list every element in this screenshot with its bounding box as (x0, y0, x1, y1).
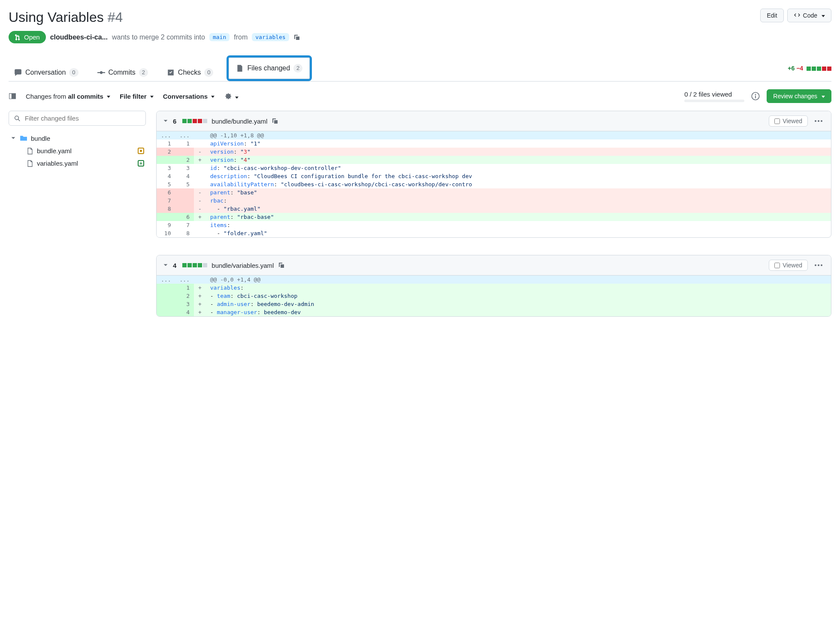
pr-number: #4 (108, 9, 123, 25)
file-status-add-icon (138, 160, 144, 167)
file-diffstat (182, 119, 207, 123)
head-branch[interactable]: variables (252, 33, 289, 41)
line-num-old: 2 (157, 148, 175, 156)
code-line: variables: (206, 284, 831, 292)
file-diffstat (182, 263, 207, 267)
tree-file-label: variables.yaml (37, 160, 78, 167)
code-icon (794, 12, 801, 19)
file-path[interactable]: bundle/bundle.yaml (212, 118, 267, 125)
line-num-new: 1 (175, 139, 193, 148)
caret-icon (209, 93, 215, 100)
tab-checks[interactable]: Checks 0 (161, 64, 219, 81)
pr-merge-line: Open cloudbees-ci-ca... wants to merge 2… (9, 31, 831, 43)
diff-line: 4 + - manager-user: beedemo-dev (157, 308, 831, 316)
code-button[interactable]: Code (787, 9, 831, 22)
code-line: parent: "rbac-base" (206, 213, 831, 221)
overall-diffstat: +6 −4 (788, 65, 831, 72)
tree-folder[interactable]: bundle (9, 132, 146, 145)
copy-icon[interactable] (293, 34, 300, 41)
caret-icon (233, 94, 239, 101)
copy-icon[interactable] (272, 118, 278, 124)
chevron-down-icon[interactable] (163, 118, 169, 124)
code-line: parent: "base" (206, 188, 831, 197)
filter-files-wrap[interactable] (9, 111, 146, 126)
line-num-new (175, 197, 193, 205)
line-num-old: 7 (157, 197, 175, 205)
code-line: id: "cbci-casc-workshop-dev-controller" (206, 164, 831, 172)
code-line: - "rbac.yaml" (206, 205, 831, 213)
viewed-checkbox[interactable]: Viewed (769, 260, 808, 271)
tree-folder-label: bundle (31, 135, 50, 142)
tree-file[interactable]: variables.yaml (9, 157, 146, 170)
line-num-new: 7 (175, 221, 193, 229)
line-num-old (157, 300, 175, 308)
diff-line: 4 4 description: "CloudBees CI configura… (157, 172, 831, 180)
line-num-old (157, 292, 175, 300)
base-branch[interactable]: main (209, 33, 230, 41)
code-line: availabilityPattern: "cloudbees-ci-casc-… (206, 180, 831, 188)
commit-icon (97, 69, 105, 76)
diff-line: 3 3 id: "cbci-casc-workshop-dev-controll… (157, 164, 831, 172)
checks-icon (167, 69, 175, 76)
settings-dropdown[interactable] (224, 92, 239, 101)
file-actions-menu[interactable] (812, 118, 825, 124)
line-num-old: 10 (157, 229, 175, 237)
svg-point-1 (755, 94, 756, 95)
tree-file[interactable]: bundle.yaml (9, 145, 146, 157)
tab-files-changed[interactable]: Files changed 2 (229, 58, 310, 79)
files-viewed-text: 0 / 2 files viewed (684, 91, 732, 98)
folder-icon (20, 134, 27, 142)
code-line: - team: cbci-casc-workshop (206, 292, 831, 300)
hunk-header[interactable]: ... ... @@ -0,0 +1,4 @@ (157, 276, 831, 284)
copy-icon[interactable] (278, 262, 285, 269)
diff-line: 3 + - admin-user: beedemo-dev-admin (157, 300, 831, 308)
line-num-new: 5 (175, 180, 193, 188)
file-actions-menu[interactable] (812, 262, 825, 269)
diff-line: 8 - - "rbac.yaml" (157, 205, 831, 213)
pr-state-badge: Open (9, 31, 46, 43)
filter-files-input[interactable] (24, 114, 140, 122)
files-viewed-progress (684, 100, 744, 102)
sidebar-toggle-icon[interactable] (9, 92, 16, 100)
file-diff-count: 6 (173, 118, 176, 125)
info-icon[interactable] (751, 92, 760, 100)
search-icon (14, 115, 21, 122)
tab-conversation[interactable]: Conversation 0 (9, 64, 84, 81)
review-changes-button[interactable]: Review changes (767, 89, 831, 103)
git-pull-request-icon (15, 34, 21, 41)
pr-title: Using Variables #4 (9, 9, 123, 26)
line-num-new: 4 (175, 308, 193, 316)
file-path[interactable]: bundle/variables.yaml (212, 262, 274, 269)
line-num-new: 2 (175, 292, 193, 300)
diff-line: 1 1 apiVersion: "1" (157, 139, 831, 148)
diff-file: 6 bundle/bundle.yaml Viewed ... ... @@ -… (156, 111, 831, 238)
line-num-old: 9 (157, 221, 175, 229)
code-line: - admin-user: beedemo-dev-admin (206, 300, 831, 308)
line-num-new: 1 (175, 284, 193, 292)
code-line: rbac: (206, 197, 831, 205)
line-num-new: 8 (175, 229, 193, 237)
file-diff-count: 4 (173, 262, 176, 269)
caret-icon (820, 92, 825, 100)
changes-from-dropdown[interactable]: Changes from all commits (26, 93, 110, 100)
edit-button[interactable]: Edit (760, 9, 783, 22)
file-status-mod-icon (138, 148, 144, 154)
tab-files-highlight: Files changed 2 (227, 55, 312, 81)
code-line: version: "3" (206, 148, 831, 156)
diff-line: 2 + version: "4" (157, 156, 831, 164)
viewed-checkbox[interactable]: Viewed (769, 115, 808, 127)
diff-line: 2 + - team: cbci-casc-workshop (157, 292, 831, 300)
file-filter-dropdown[interactable]: File filter (120, 93, 154, 100)
hunk-header[interactable]: ... ... @@ -1,10 +1,8 @@ (157, 131, 831, 139)
chevron-down-icon[interactable] (163, 262, 169, 268)
conversations-dropdown[interactable]: Conversations (163, 93, 215, 100)
chevron-down-icon (10, 135, 16, 141)
line-num-new (175, 205, 193, 213)
code-line: - manager-user: beedemo-dev (206, 308, 831, 316)
tree-file-label: bundle.yaml (37, 147, 72, 154)
code-line: items: (206, 221, 831, 229)
diff-line: 1 + variables: (157, 284, 831, 292)
tab-commits[interactable]: Commits 2 (92, 64, 154, 81)
pr-author[interactable]: cloudbees-ci-ca... (50, 33, 108, 41)
line-num-old: 1 (157, 139, 175, 148)
